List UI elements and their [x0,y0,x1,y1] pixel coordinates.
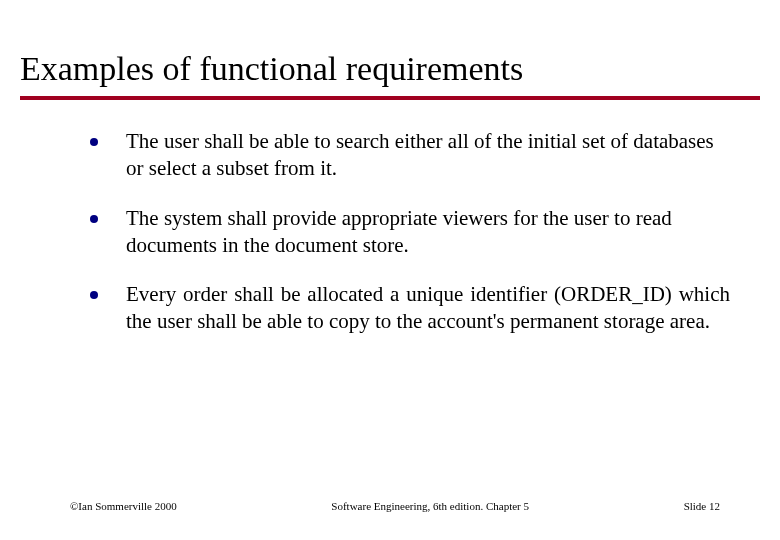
bullet-icon [90,291,98,299]
bullet-icon [90,215,98,223]
footer-book-title: Software Engineering, 6th edition. Chapt… [177,500,684,512]
slide-content: The user shall be able to search either … [20,128,760,336]
bullet-text: The system shall provide appropriate vie… [126,205,730,260]
bullet-text: The user shall be able to search either … [126,128,730,183]
slide: Examples of functional requirements The … [0,0,780,540]
bullet-text: Every order shall be allocated a unique … [126,281,730,336]
list-item: Every order shall be allocated a unique … [90,281,730,336]
footer-slide-number: Slide 12 [684,500,720,512]
slide-title: Examples of functional requirements [20,50,760,100]
slide-footer: ©Ian Sommerville 2000 Software Engineeri… [0,500,780,512]
list-item: The system shall provide appropriate vie… [90,205,730,260]
footer-copyright: ©Ian Sommerville 2000 [70,500,177,512]
bullet-icon [90,138,98,146]
list-item: The user shall be able to search either … [90,128,730,183]
